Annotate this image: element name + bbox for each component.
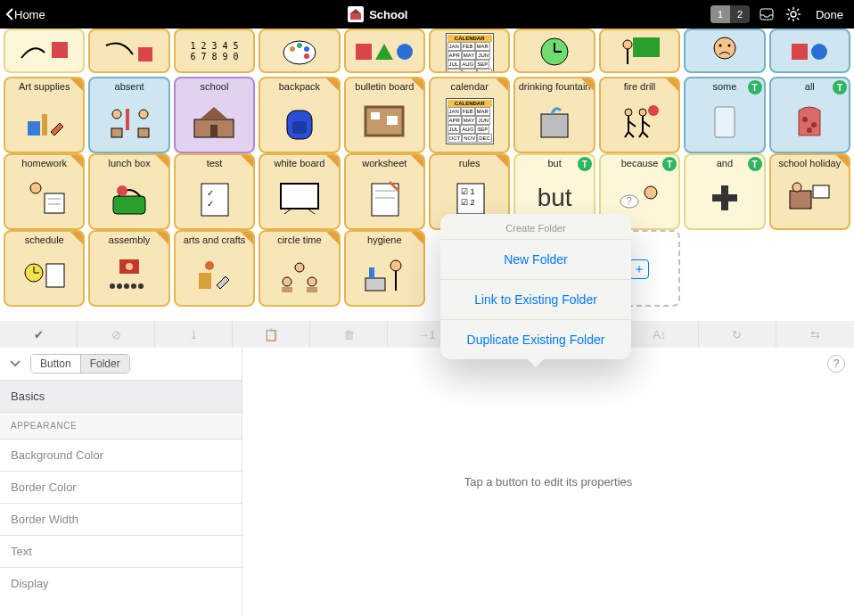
circle-time-icon: [262, 245, 336, 303]
face-sad-icon: [687, 33, 761, 70]
svg-point-55: [117, 185, 127, 196]
calendar-mini-icon: CALENDARJANFEBMARAPRMAYJUNJULAUGSEPOCTNO…: [432, 33, 506, 73]
app-header: Home School 1 2 Done: [0, 0, 854, 29]
tile-homework[interactable]: homework: [4, 153, 85, 230]
tile-label: because: [621, 158, 659, 168]
tile-teacher[interactable]: [599, 29, 680, 73]
lunchbox-icon: [92, 168, 166, 226]
badge-T: T: [748, 80, 762, 94]
swap-icon[interactable]: ⇆: [776, 321, 854, 348]
tile-hand-square[interactable]: [4, 29, 85, 73]
tile-calendar-mini[interactable]: CALENDARJANFEBMARAPRMAYJUNJULAUGSEPOCTNO…: [429, 29, 510, 73]
bag-icon: [773, 92, 847, 150]
svg-point-70: [645, 186, 657, 199]
trash-icon[interactable]: 🗑: [310, 321, 388, 348]
clock-icon: [517, 33, 591, 70]
tile-square-circle[interactable]: [769, 29, 850, 73]
sidebar-item-text[interactable]: Text: [0, 535, 242, 567]
tile-circle-time[interactable]: circle time: [259, 230, 340, 307]
svg-point-90: [295, 263, 304, 272]
svg-rect-46: [715, 107, 735, 137]
tile-calendar[interactable]: calendarCALENDARJANFEBMARAPRMAYJUNJULAUG…: [429, 77, 510, 153]
tile-school[interactable]: school: [174, 77, 255, 153]
tile-palette[interactable]: [259, 29, 340, 73]
tile-backpack[interactable]: backpack: [259, 77, 340, 153]
tile-all[interactable]: Tall: [769, 77, 850, 153]
folder-corner-icon: [241, 232, 253, 244]
create-folder-popover: Create Folder New Folder Link to Existin…: [440, 214, 631, 359]
popover-link-folder[interactable]: Link to Existing Folder: [440, 279, 631, 319]
sort-az-icon[interactable]: A↕: [621, 321, 699, 348]
tile-label: worksheet: [362, 158, 406, 168]
folder-corner-icon: [70, 78, 83, 91]
tile-art-supplies[interactable]: Art supplies: [4, 77, 85, 153]
sidebar-item-display[interactable]: Display: [0, 567, 242, 599]
page-2[interactable]: 2: [730, 5, 750, 23]
sidebar-item-border-width[interactable]: Border Width: [0, 503, 242, 535]
tile-assembly[interactable]: assembly: [88, 230, 169, 307]
fire-drill-icon: [603, 92, 677, 150]
popover-title: Create Folder: [440, 214, 631, 239]
fountain-icon: [517, 92, 591, 150]
sidebar-item-background-color[interactable]: Background Color: [0, 439, 242, 471]
backpack-icon: [262, 92, 336, 150]
sidebar-item-label: Border Width: [11, 513, 78, 526]
tile-some[interactable]: Tsome: [684, 77, 765, 153]
sidebar-item-basics[interactable]: Basics: [0, 380, 242, 412]
arm-square-icon: [92, 33, 166, 70]
svg-text:✓: ✓: [207, 199, 214, 209]
svg-rect-13: [138, 47, 152, 62]
paste-icon[interactable]: 📋: [233, 321, 310, 348]
chevron-down-icon[interactable]: [9, 359, 21, 368]
svg-marker-1: [350, 9, 361, 13]
tile-bulletin-board[interactable]: bulletin board: [344, 77, 425, 153]
hygiene-icon: [348, 245, 422, 303]
svg-rect-0: [350, 13, 361, 20]
tile-test[interactable]: test✓✓: [174, 153, 255, 230]
tile-numbers[interactable]: 1 2 3 4 56 7 8 9 0: [174, 29, 255, 73]
editor-placeholder: Tap a button to edit its properties: [464, 475, 633, 489]
svg-point-44: [625, 109, 632, 116]
tile-fire-drill[interactable]: fire drill: [599, 77, 680, 153]
refresh-icon[interactable]: ↻: [699, 321, 776, 348]
svg-rect-41: [387, 116, 398, 125]
tile-hygiene[interactable]: hygiene: [344, 230, 425, 307]
tile-face-sad[interactable]: [684, 29, 765, 73]
home-button[interactable]: Home: [5, 8, 45, 21]
sidebar-item-border-color[interactable]: Border Color: [0, 471, 242, 503]
tile-and[interactable]: Tand: [684, 153, 765, 230]
tile-arts-and-crafts[interactable]: arts and crafts: [174, 230, 255, 307]
tile-shapes[interactable]: [344, 29, 425, 73]
tile-schedule[interactable]: schedule: [4, 230, 85, 307]
tile-lunch-box[interactable]: lunch box: [88, 153, 169, 230]
tile-school-holiday[interactable]: school holiday: [769, 153, 850, 230]
help-icon[interactable]: ?: [827, 355, 845, 373]
done-button[interactable]: Done: [810, 8, 849, 21]
gear-icon[interactable]: [784, 4, 803, 24]
svg-point-75: [792, 183, 801, 192]
tile-white-board[interactable]: white board: [259, 153, 340, 230]
tile-label: circle time: [277, 234, 322, 245]
page-1[interactable]: 1: [710, 5, 730, 23]
tile-clock[interactable]: [513, 29, 595, 73]
tile-label: all: [805, 81, 815, 92]
tile-worksheet[interactable]: worksheet: [344, 153, 425, 230]
art-supplies-icon: [7, 92, 81, 150]
popover-duplicate-folder[interactable]: Duplicate Existing Folder: [440, 319, 631, 359]
seg-folder[interactable]: Folder: [80, 355, 129, 373]
svg-rect-36: [210, 125, 218, 137]
seg-button[interactable]: Button: [31, 355, 80, 373]
tile-label: school: [201, 81, 229, 92]
check-icon[interactable]: ✔: [0, 321, 78, 348]
tile-drinking-fountain[interactable]: drinking fountain: [513, 77, 595, 153]
popover-new-folder[interactable]: New Folder: [440, 239, 631, 279]
tile-absent[interactable]: absent: [88, 77, 169, 153]
svg-point-26: [719, 44, 721, 46]
edit-toolbar: ✔⊘⤓📋🗑→1A↕↻⇆: [0, 321, 854, 348]
folder-corner-icon: [326, 232, 339, 244]
svg-point-32: [139, 110, 148, 119]
inbox-icon[interactable]: [757, 4, 776, 24]
import-icon[interactable]: ⤓: [155, 321, 233, 348]
tile-arm-square[interactable]: [88, 29, 169, 73]
cancel-icon[interactable]: ⊘: [78, 321, 155, 348]
